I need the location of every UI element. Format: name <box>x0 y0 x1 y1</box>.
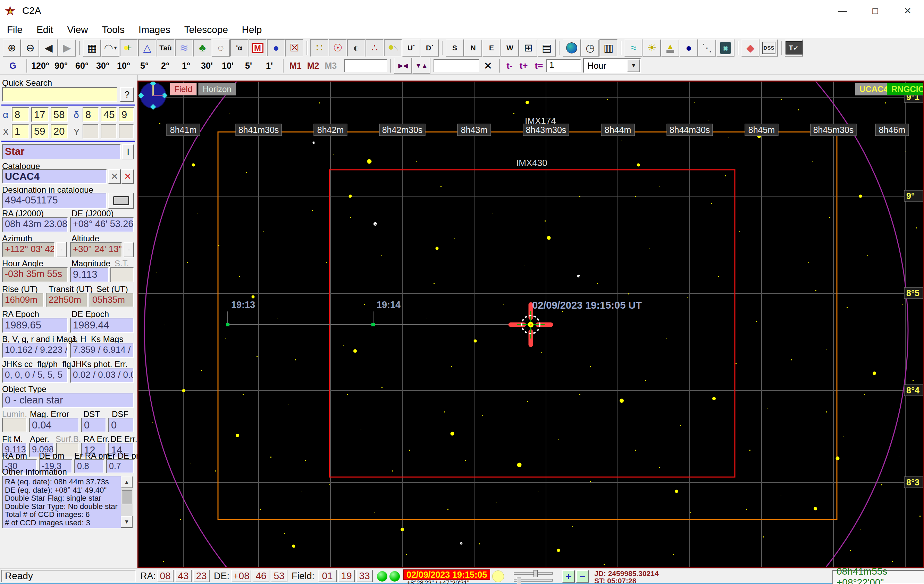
previous-view-icon[interactable]: ◀ <box>40 39 58 56</box>
ccd-frame-icon[interactable]: ◆ <box>741 39 759 56</box>
status-de-d[interactable]: +08 <box>231 570 251 582</box>
ra-seconds-field[interactable]: 58 <box>51 107 68 122</box>
fov-button-2deg[interactable]: 2° <box>155 59 175 73</box>
fov-button-5deg[interactable]: 5° <box>134 59 155 73</box>
menu-help[interactable]: Help <box>235 24 269 35</box>
display-config-icon[interactable]: ▥ <box>599 39 617 56</box>
milky-way-icon[interactable]: ≋ <box>175 39 193 56</box>
slider-thumb[interactable] <box>533 570 538 577</box>
fov-button-5min[interactable]: 5' <box>238 59 259 73</box>
ra-hours-field[interactable]: 8 <box>12 107 29 122</box>
status-ra-m[interactable]: 43 <box>175 570 191 582</box>
object-labels-icon[interactable]: Taù <box>157 39 175 56</box>
satellites-icon[interactable]: ⋱ <box>698 39 716 56</box>
time-increase-button[interactable]: + <box>562 570 575 582</box>
catalogue-close-button[interactable]: ✕ <box>122 169 134 184</box>
filter-input[interactable] <box>434 59 479 72</box>
y3-field[interactable] <box>119 124 134 139</box>
north-icon[interactable]: N <box>464 39 482 56</box>
menu-images[interactable]: Images <box>132 24 177 35</box>
east-icon[interactable]: E <box>482 39 500 56</box>
help-button[interactable]: ? <box>120 87 134 102</box>
quick-search-input[interactable] <box>2 87 117 102</box>
dec-degrees-field[interactable]: 8 <box>82 107 99 122</box>
tab-horizon[interactable]: Horizon <box>198 83 236 96</box>
zoom-in-icon[interactable]: ⊕ <box>3 39 21 56</box>
status-field-s[interactable]: 33 <box>356 570 373 582</box>
night-icon[interactable]: ● <box>680 39 698 56</box>
sky-chart-canvas[interactable]: IMX174IMX43019:1319:148h41m8h41m30s8h42m… <box>139 82 923 568</box>
dec-minutes-field[interactable]: 45 <box>101 107 117 122</box>
x1-field[interactable]: 1 <box>12 124 29 139</box>
mark-m3-button[interactable]: M3 <box>325 61 337 71</box>
scroll-down-icon[interactable]: ▼ <box>121 516 133 528</box>
analemma-icon[interactable]: ≈ <box>624 39 642 56</box>
greek-labels-icon[interactable]: 'α <box>230 39 248 56</box>
fov-button-60deg[interactable]: 60° <box>72 59 92 73</box>
menu-tools[interactable]: Tools <box>95 24 132 35</box>
planets-icon[interactable]: ∴ <box>366 39 384 56</box>
west-icon[interactable]: W <box>501 39 519 56</box>
slider-thumb[interactable] <box>517 577 521 584</box>
time-slider-1[interactable] <box>514 572 553 575</box>
time-minus-button[interactable]: t- <box>507 60 512 71</box>
designation-field[interactable]: 494-051175 <box>2 193 107 209</box>
cross-frame-icon[interactable]: ☒ <box>285 39 304 56</box>
y2-field[interactable] <box>101 124 117 139</box>
object-search-input[interactable] <box>344 59 388 72</box>
status-de-s[interactable]: 53 <box>271 570 287 582</box>
next-view-icon[interactable]: ▶ <box>58 39 76 56</box>
menu-view[interactable]: View <box>60 24 95 35</box>
flip-horizontal-icon[interactable]: ▶◀ <box>394 58 412 74</box>
status-field-m[interactable]: 19 <box>338 570 355 582</box>
grid-toggle-button[interactable]: G <box>3 59 23 73</box>
south-icon[interactable]: S <box>446 39 464 56</box>
fov-button-90deg[interactable]: 90° <box>51 59 71 73</box>
dec-seconds-field[interactable]: 9 <box>119 107 134 122</box>
time-set-button[interactable]: t= <box>535 60 543 71</box>
camera-icon[interactable]: ◉ <box>716 39 734 56</box>
maximize-button[interactable]: □ <box>859 0 891 21</box>
menu-telescope[interactable]: Telescope <box>177 24 235 35</box>
scrollbar[interactable]: ▲ ▼ <box>121 476 133 528</box>
save-view-icon[interactable]: T✓ <box>785 39 803 56</box>
sun-icon[interactable]: ☉ <box>329 39 347 56</box>
twilight-icon[interactable]: ▲ <box>661 39 679 56</box>
x2-field[interactable]: 59 <box>31 124 49 139</box>
ra-minutes-field[interactable]: 17 <box>31 107 49 122</box>
azimuth-minus-button[interactable]: - <box>56 242 67 257</box>
status-ra-s[interactable]: 23 <box>193 570 210 582</box>
chevron-down-icon[interactable]: ▼ <box>627 59 640 72</box>
fov-button-30deg[interactable]: 30° <box>93 59 113 73</box>
fov-button-1min[interactable]: 1' <box>259 59 279 73</box>
status-ra-h[interactable]: 08 <box>157 570 173 582</box>
catalogue-prev-button[interactable]: ✕ <box>108 169 121 184</box>
status-field-d[interactable]: 01 <box>318 570 337 582</box>
scroll-up-icon[interactable]: ▲ <box>121 476 133 488</box>
grid-icon[interactable]: ▦ <box>83 39 101 56</box>
time-plus-button[interactable]: t+ <box>520 60 528 71</box>
time-slider-2[interactable] <box>514 579 553 582</box>
x3-field[interactable]: 20 <box>51 124 68 139</box>
horizon-panorama-icon[interactable]: ◠▾ <box>101 39 119 56</box>
fov-button-1deg[interactable]: 1° <box>176 59 196 73</box>
center-target-icon[interactable]: + <box>120 39 138 56</box>
time-icon[interactable]: ◷ <box>581 39 599 56</box>
chevron-down-icon[interactable]: ▾ <box>114 45 117 51</box>
menu-file[interactable]: File <box>0 24 30 35</box>
tab-field[interactable]: Field <box>170 83 197 96</box>
pan-view-icon[interactable]: ⊞ <box>519 39 537 56</box>
horizon-line-icon[interactable]: ▤ <box>538 39 556 56</box>
fov-button-10deg[interactable]: 10° <box>114 59 134 73</box>
mark-m1-button[interactable]: M1 <box>289 61 302 71</box>
time-step-input[interactable]: 1 <box>546 59 581 72</box>
moon-phase-icon[interactable]: ◐ <box>347 39 365 56</box>
sky-chart[interactable]: IMX174IMX43019:1319:148h41m8h41m30s8h42m… <box>137 81 924 568</box>
clear-button[interactable]: ✕ <box>483 60 492 72</box>
print-button[interactable] <box>108 193 134 209</box>
deep-sky-icon[interactable]: ● <box>267 39 285 56</box>
y1-field[interactable] <box>82 124 99 139</box>
fov-button-30min[interactable]: 30' <box>197 59 217 73</box>
landscape-icon[interactable]: ♣ <box>193 39 211 56</box>
dwarf-planet-icon[interactable]: D˙ <box>421 39 439 56</box>
